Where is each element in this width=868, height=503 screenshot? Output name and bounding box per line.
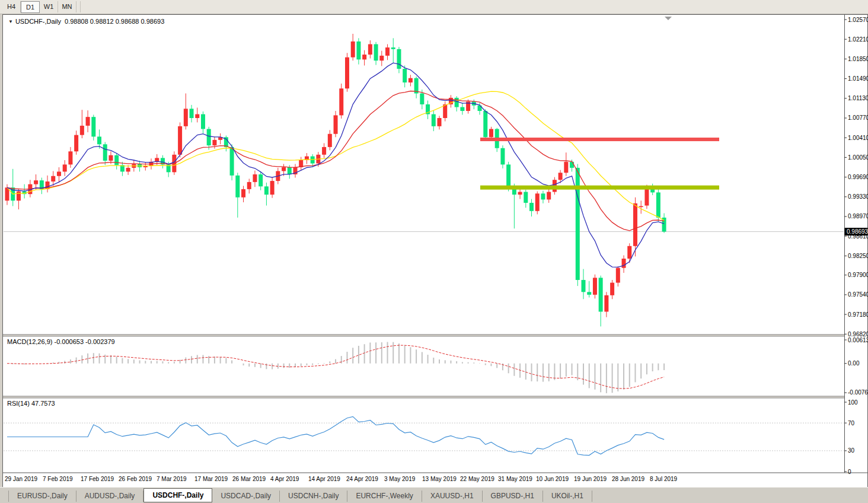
timeframe-mn-button[interactable]: MN [58, 1, 76, 12]
candlestick-series [5, 34, 666, 326]
svg-text:1.02210: 1.02210 [848, 36, 868, 43]
tab-gbpusd-h1[interactable]: GBPUSD-,H1 [483, 491, 543, 502]
price-axis-tick: 1.00770 [844, 114, 868, 121]
tab-ukoil-h1[interactable]: UKOil-,H1 [543, 491, 592, 502]
date-axis-tick: 26 Mar 2019 [232, 476, 266, 482]
svg-text:0.97540: 0.97540 [848, 291, 868, 298]
macd-axis-tick: -0.007612 [844, 389, 868, 396]
macd-indicator-label: MACD(12,26,9) -0.000653 -0.002379 [7, 338, 115, 345]
tab-audusd-daily[interactable]: AUDUSD-,Daily [76, 491, 144, 502]
date-axis-tick: 26 Feb 2019 [119, 476, 152, 482]
date-axis-tick: 4 Apr 2019 [270, 476, 299, 482]
mt4-window: H4 D1 W1 MN 1.025701.022101.018501.01490… [0, 0, 868, 503]
date-axis-tick: 29 Jan 2019 [5, 476, 37, 482]
tab-eurchf-weekly[interactable]: EURCHF-,Weekly [347, 491, 422, 502]
date-axis-tick: 17 Mar 2019 [194, 476, 228, 482]
timeframe-d1-button[interactable]: D1 [21, 1, 40, 13]
date-axis-tick: 17 Feb 2019 [81, 476, 114, 482]
svg-text:0.00: 0.00 [848, 360, 860, 367]
price-axis-tick: 1.00050 [844, 154, 868, 161]
svg-text:0.98970: 0.98970 [848, 213, 868, 219]
timeframe-w1-button[interactable]: W1 [40, 1, 58, 12]
tab-usdcnh-daily[interactable]: USDCNH-,Daily [280, 491, 347, 502]
macd-pane [7, 342, 664, 393]
macd-histogram [7, 342, 664, 393]
date-axis-tick: 31 May 2019 [498, 476, 532, 482]
svg-text:1.00770: 1.00770 [848, 114, 868, 121]
chart-symbol-label: USDCHF-,Daily [15, 18, 61, 25]
tab-usdchf-daily[interactable]: USDCHF-,Daily [143, 488, 212, 502]
timeframe-h4-button[interactable]: H4 [2, 1, 21, 12]
chart-canvas[interactable]: 1.025701.022101.018501.014901.011301.007… [0, 0, 868, 503]
svg-text:1.01490: 1.01490 [848, 75, 868, 82]
price-axis-tick: 0.99690 [844, 174, 868, 180]
macd-axis-tick: 0.00 [844, 360, 860, 367]
svg-text:0.00613: 0.00613 [848, 337, 868, 343]
svg-text:0.97180: 0.97180 [848, 311, 868, 318]
svg-text:0: 0 [848, 469, 851, 475]
toolbar-divider [76, 1, 81, 12]
price-axis-tick: 0.99330 [844, 193, 868, 200]
rsi-indicator-label: RSI(14) 47.7573 [7, 400, 55, 407]
current-price-tag: 0.98693 [845, 228, 868, 235]
price-axis-tick: 1.02210 [844, 36, 868, 43]
rsi-pane [4, 416, 844, 455]
price-axis-tick: 0.98250 [844, 253, 868, 259]
svg-text:-0.007612: -0.007612 [848, 389, 868, 396]
svg-text:1.00410: 1.00410 [848, 135, 868, 141]
tab-eurusd-daily[interactable]: EURUSD-,Daily [8, 491, 76, 502]
date-axis-tick: 19 Jun 2019 [574, 476, 607, 482]
rsi-axis-tick: 70 [844, 420, 855, 426]
date-axis-tick: 22 May 2019 [460, 476, 494, 482]
date-axis-tick: 7 Mar 2019 [157, 476, 187, 482]
chart-tab-bar: EURUSD-,Daily AUDUSD-,Daily USDCHF-,Dail… [0, 487, 868, 503]
tab-usdcad-daily[interactable]: USDCAD-,Daily [212, 491, 280, 502]
svg-text:30: 30 [848, 447, 855, 454]
svg-text:0.99330: 0.99330 [848, 193, 868, 200]
resistance-line[interactable] [480, 138, 719, 141]
collapse-triangle-icon[interactable]: ▼ [8, 19, 13, 24]
svg-text:1.01850: 1.01850 [848, 56, 868, 62]
rsi-axis-tick: 0 [844, 469, 851, 475]
macd-axis-tick: 0.00613 [844, 337, 868, 343]
main-price-pane [4, 34, 844, 326]
price-axis-tick: 0.98970 [844, 213, 868, 219]
svg-text:70: 70 [848, 420, 855, 426]
support-line[interactable] [480, 186, 719, 190]
price-axis-tick: 0.97540 [844, 291, 868, 298]
price-axis-tick: 1.00410 [844, 135, 868, 141]
date-axis-tick: 14 Apr 2019 [308, 476, 340, 482]
price-axis-tick: 1.01130 [844, 95, 868, 101]
svg-text:1.01130: 1.01130 [848, 95, 868, 101]
svg-text:1.02570: 1.02570 [848, 17, 868, 23]
svg-text:100: 100 [848, 399, 858, 406]
date-axis-labels: 29 Jan 20197 Feb 201917 Feb 201926 Feb 2… [5, 476, 678, 482]
date-axis-tick: 13 May 2019 [422, 476, 457, 482]
svg-text:0.99690: 0.99690 [848, 174, 868, 180]
svg-text:1.00050: 1.00050 [848, 154, 868, 161]
rsi-line [7, 416, 664, 455]
svg-text:0.98693: 0.98693 [847, 228, 868, 235]
svg-text:0.97900: 0.97900 [848, 272, 868, 278]
chart-ohlc-readout: 0.98808 0.98812 0.98688 0.98693 [65, 18, 164, 25]
date-axis-tick: 10 Jun 2019 [536, 476, 569, 482]
price-axis-tick: 1.01850 [844, 56, 868, 62]
price-axis-tick: 0.97900 [844, 272, 868, 278]
rsi-axis-tick: 30 [844, 447, 855, 454]
price-axis-tick: 1.01490 [844, 75, 868, 82]
price-axis-tick: 1.02570 [844, 17, 868, 23]
chart-shift-marker-icon[interactable] [665, 17, 672, 20]
date-axis-tick: 24 Apr 2019 [346, 476, 378, 482]
price-axis-tick: 0.97180 [844, 311, 868, 318]
date-axis-tick: 8 Jul 2019 [650, 476, 678, 482]
timeframe-toolbar: H4 D1 W1 MN [0, 0, 868, 14]
rsi-axis-tick: 100 [844, 399, 858, 406]
svg-text:0.98250: 0.98250 [848, 253, 868, 259]
date-axis-tick: 3 May 2019 [384, 476, 416, 482]
chart-title: ▼USDCHF-,Daily 0.98808 0.98812 0.98688 0… [8, 18, 164, 25]
tab-xauusd-h1[interactable]: XAUUSD-,H1 [422, 491, 483, 502]
date-axis-tick: 28 Jun 2019 [612, 476, 644, 482]
date-axis-tick: 7 Feb 2019 [43, 476, 73, 482]
